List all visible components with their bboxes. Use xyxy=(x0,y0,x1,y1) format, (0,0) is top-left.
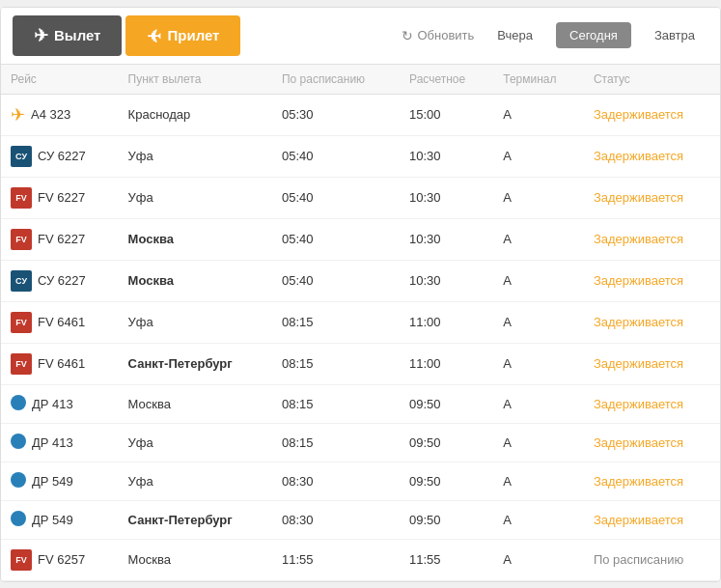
col-terminal: Терминал xyxy=(493,65,584,95)
flight-estimated: 10:30 xyxy=(400,218,493,260)
tab-departure-label: Вылет xyxy=(54,27,100,43)
flight-estimated: 10:30 xyxy=(400,260,493,301)
flight-estimated: 10:30 xyxy=(400,135,493,177)
flight-number: FV 6257 xyxy=(38,552,85,567)
flight-origin: Уфа xyxy=(119,301,272,343)
flight-number: СУ 6227 xyxy=(38,273,86,288)
departure-icon: ✈ xyxy=(34,25,48,46)
flight-scheduled: 05:40 xyxy=(272,218,400,260)
flight-estimated: 09:50 xyxy=(400,500,493,539)
flight-estimated: 09:50 xyxy=(400,423,493,462)
flight-origin: Уфа xyxy=(119,177,272,218)
table-row[interactable]: ДР 413Москва08:1509:50AЗадерживается xyxy=(1,384,720,423)
flight-number: ДР 413 xyxy=(32,435,73,450)
flight-origin: Москва xyxy=(119,218,272,260)
flight-terminal: A xyxy=(493,423,584,462)
flight-estimated: 11:55 xyxy=(400,539,493,580)
arrival-icon: ✈ xyxy=(147,25,161,46)
flight-terminal: A xyxy=(493,384,584,423)
flight-scheduled: 11:55 xyxy=(272,539,400,580)
airline-icon: FV xyxy=(11,353,32,375)
flight-number: ДР 549 xyxy=(32,513,73,527)
yesterday-button[interactable]: Вчера xyxy=(484,22,546,48)
flight-scheduled: 05:40 xyxy=(272,135,400,177)
table-row[interactable]: СУСУ 6227Москва05:4010:30AЗадерживается xyxy=(1,260,720,301)
flight-status: Задерживается xyxy=(584,343,720,384)
tab-arrival-label: Прилет xyxy=(167,27,219,43)
flight-terminal: A xyxy=(493,177,584,218)
flight-status: Задерживается xyxy=(584,500,720,539)
flight-number: FV 6461 xyxy=(38,356,85,371)
table-row[interactable]: ДР 413Уфа08:1509:50AЗадерживается xyxy=(1,423,720,462)
table-row[interactable]: FVFV 6227Уфа05:4010:30AЗадерживается xyxy=(1,177,720,218)
flight-origin: Москва xyxy=(119,539,272,580)
flight-status: Задерживается xyxy=(584,423,720,462)
table-row[interactable]: ДР 549Санкт-Петербург08:3009:50AЗадержив… xyxy=(1,500,720,539)
flight-terminal: A xyxy=(493,260,584,301)
airline-icon xyxy=(11,511,26,529)
flight-status: По расписанию xyxy=(584,539,720,580)
flight-terminal: A xyxy=(493,343,584,384)
table-row[interactable]: СУСУ 6227Уфа05:4010:30AЗадерживается xyxy=(1,135,720,177)
flight-number: FV 6227 xyxy=(38,190,85,205)
airline-icon xyxy=(11,434,26,452)
flight-terminal: A xyxy=(493,135,584,177)
flight-number: FV 6227 xyxy=(38,232,85,246)
airline-icon xyxy=(11,395,26,413)
flight-number: ДР 413 xyxy=(32,397,73,411)
flight-scheduled: 08:15 xyxy=(272,343,400,384)
flight-origin: Санкт-Петербург xyxy=(119,500,272,539)
col-scheduled: По расписанию xyxy=(272,65,400,95)
airline-icon: СУ xyxy=(11,146,32,167)
table-row[interactable]: FVFV 6227Москва05:4010:30AЗадерживается xyxy=(1,218,720,260)
flight-number: СУ 6227 xyxy=(38,149,86,163)
flight-terminal: A xyxy=(493,500,584,539)
flight-estimated: 15:00 xyxy=(400,94,493,135)
flight-scheduled: 05:40 xyxy=(272,177,400,218)
flight-estimated: 09:50 xyxy=(400,462,493,500)
flight-status: Задерживается xyxy=(584,384,720,423)
flight-number: ДР 549 xyxy=(32,474,73,489)
table-row[interactable]: FVFV 6461Уфа08:1511:00AЗадерживается xyxy=(1,301,720,343)
flight-scheduled: 08:15 xyxy=(272,301,400,343)
col-flight: Рейс xyxy=(1,65,119,95)
table-row[interactable]: FVFV 6257Москва11:5511:55AПо расписанию xyxy=(1,539,720,580)
flight-origin: Уфа xyxy=(119,462,272,500)
flight-scheduled: 08:30 xyxy=(272,462,400,500)
today-button[interactable]: Сегодня xyxy=(556,22,631,48)
flights-table: Рейс Пункт вылета По расписанию Расчетно… xyxy=(1,65,720,581)
flight-origin: Уфа xyxy=(119,135,272,177)
col-origin: Пункт вылета xyxy=(119,65,272,95)
airline-icon: FV xyxy=(11,312,32,333)
table-header: Рейс Пункт вылета По расписанию Расчетно… xyxy=(1,65,720,95)
airline-icon: FV xyxy=(11,229,32,250)
flight-terminal: A xyxy=(493,462,584,500)
airline-icon: ✈ xyxy=(11,104,25,126)
tab-arrival[interactable]: ✈ Прилет xyxy=(125,15,240,56)
refresh-button[interactable]: ↻ Обновить xyxy=(402,28,474,43)
airline-icon: FV xyxy=(11,549,32,571)
col-status: Статус xyxy=(584,65,720,95)
flight-terminal: A xyxy=(493,218,584,260)
flight-scheduled: 05:40 xyxy=(272,260,400,301)
flight-origin: Уфа xyxy=(119,423,272,462)
airline-icon: FV xyxy=(11,187,32,209)
table-row[interactable]: ✈A4 323Краснодар05:3015:00AЗадерживается xyxy=(1,94,720,135)
flight-status: Задерживается xyxy=(584,218,720,260)
flight-estimated: 11:00 xyxy=(400,343,493,384)
table-row[interactable]: ДР 549Уфа08:3009:50AЗадерживается xyxy=(1,462,720,500)
airline-icon: СУ xyxy=(11,270,32,292)
flight-origin: Москва xyxy=(119,384,272,423)
flight-number: FV 6461 xyxy=(38,315,85,329)
flight-number: A4 323 xyxy=(31,107,70,122)
flight-origin: Санкт-Петербург xyxy=(119,343,272,384)
tomorrow-button[interactable]: Завтра xyxy=(641,22,708,48)
flight-estimated: 09:50 xyxy=(400,384,493,423)
flight-origin: Москва xyxy=(119,260,272,301)
tab-departure[interactable]: ✈ Вылет xyxy=(13,15,122,56)
flight-terminal: A xyxy=(493,539,584,580)
flight-estimated: 11:00 xyxy=(400,301,493,343)
table-row[interactable]: FVFV 6461Санкт-Петербург08:1511:00AЗадер… xyxy=(1,343,720,384)
flight-status: Задерживается xyxy=(584,260,720,301)
flight-status: Задерживается xyxy=(584,462,720,500)
